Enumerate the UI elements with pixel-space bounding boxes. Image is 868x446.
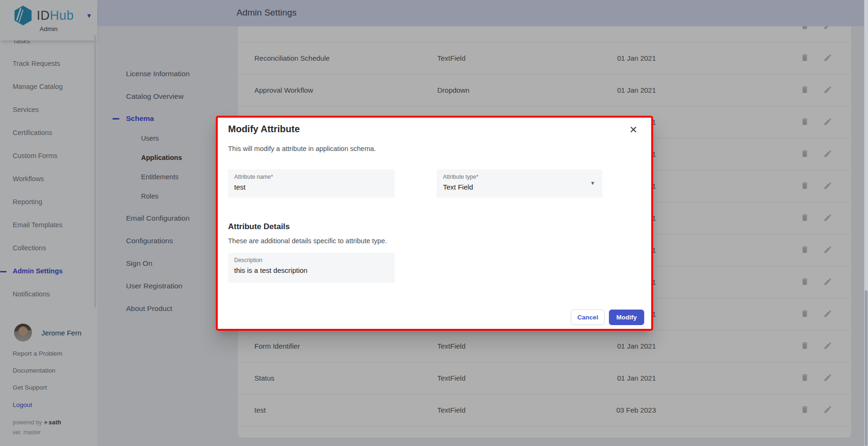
description-input[interactable]: this is a test description xyxy=(234,266,308,274)
attribute-type-value: Text Field xyxy=(443,183,473,191)
dialog-title: Modify Attribute xyxy=(228,124,300,135)
modify-button[interactable]: Modify xyxy=(609,310,644,325)
description-label: Description xyxy=(234,257,262,263)
modify-attribute-dialog: Modify Attribute ✕ This will modify a at… xyxy=(216,116,653,331)
cancel-button[interactable]: Cancel xyxy=(571,310,605,325)
attribute-type-label: Attribute type* xyxy=(443,174,478,180)
close-icon[interactable]: ✕ xyxy=(627,123,640,136)
scrollbar-thumb[interactable] xyxy=(865,290,868,446)
attribute-details-subtitle: These are additional details specific to… xyxy=(228,237,387,245)
attribute-name-input[interactable]: test xyxy=(234,183,245,191)
description-field[interactable]: Description this is a test description xyxy=(228,253,395,283)
attribute-type-select[interactable]: Attribute type* Text Field ▼ xyxy=(437,169,602,198)
attribute-name-label: Attribute name* xyxy=(234,174,273,180)
app-root: IDHub ▼ Admin TasksTrack RequestsManage … xyxy=(0,0,868,446)
chevron-down-icon[interactable]: ▼ xyxy=(590,180,595,186)
attribute-details-heading: Attribute Details xyxy=(228,222,290,231)
dialog-subtitle: This will modify a attribute in applicat… xyxy=(228,145,376,152)
attribute-name-field[interactable]: Attribute name* test xyxy=(228,169,395,198)
